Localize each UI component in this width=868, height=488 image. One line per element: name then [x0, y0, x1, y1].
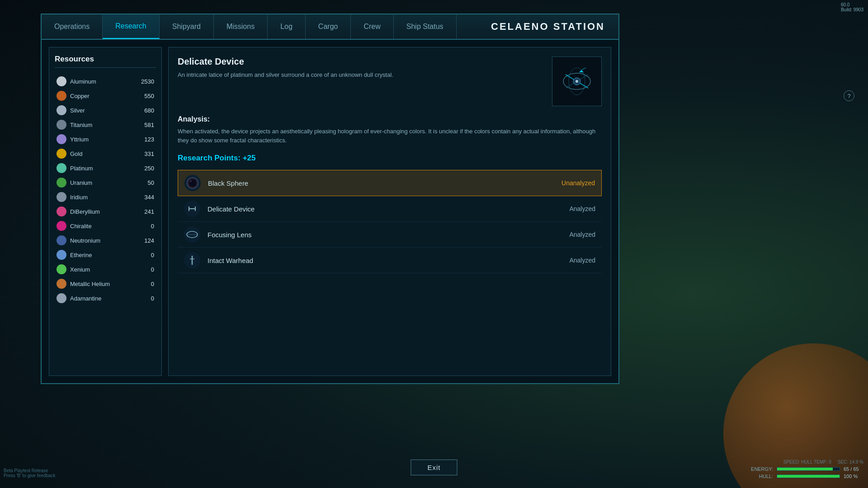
resource-name-aluminum: Aluminum — [70, 78, 141, 85]
resource-amount-copper: 550 — [144, 93, 154, 99]
resource-name-iridium: Iridium — [70, 194, 144, 201]
resource-amount-etherine: 0 — [151, 252, 154, 258]
resource-item-adamantine: Adamantine 0 — [55, 291, 156, 305]
resource-icon-adamantine — [57, 293, 66, 303]
resources-title: Resources — [55, 55, 156, 68]
energy-bar-fill — [777, 468, 833, 470]
resource-amount-platinum: 250 — [144, 165, 154, 172]
resource-icon-chiralite — [57, 221, 66, 231]
resource-item-gold: Gold 331 — [55, 146, 156, 161]
resource-amount-neutronium: 124 — [144, 237, 154, 244]
energy-bar — [777, 467, 840, 471]
list-item-status-intact-warhead: Analyzed — [569, 257, 595, 264]
list-item-name-delicate-device: Delicate Device — [208, 205, 569, 213]
resource-icon-platinum — [57, 163, 66, 173]
resource-icon-iridium — [57, 192, 66, 202]
resource-item-xenium: Xenium 0 — [55, 262, 156, 277]
resource-name-chiralite: Chiralite — [70, 223, 151, 230]
resource-item-titanium: Titanium 581 — [55, 117, 156, 132]
list-item-black-sphere[interactable]: Black Sphere Unanalyzed — [178, 170, 602, 196]
tab-cargo[interactable]: Cargo — [306, 14, 351, 39]
list-item-icon-intact-warhead — [184, 252, 200, 268]
resource-item-neutronium: Neutronium 124 — [55, 233, 156, 248]
resource-amount-metallic-helium: 0 — [151, 281, 154, 287]
resource-item-diberyllium: DiBeryllium 241 — [55, 204, 156, 219]
main-window: Operations Research Shipyard Missions Lo… — [41, 14, 619, 384]
hull-label: HULL: — [750, 474, 773, 479]
energy-value: 65 / 65 — [844, 466, 863, 472]
resource-icon-aluminum — [57, 76, 66, 86]
list-item-status-black-sphere: Unanalyzed — [561, 179, 595, 187]
exit-button[interactable]: Exit — [410, 460, 457, 475]
resource-item-silver: Silver 680 — [55, 103, 156, 117]
resource-name-xenium: Xenium — [70, 266, 151, 273]
tab-shipyard[interactable]: Shipyard — [160, 14, 214, 39]
resource-amount-iridium: 344 — [144, 194, 154, 201]
resource-amount-chiralite: 0 — [151, 223, 154, 230]
content-area: Resources Aluminum 2530 Copper 550 Silve… — [42, 40, 618, 383]
resource-item-etherine: Etherine 0 — [55, 248, 156, 262]
resource-name-uranium: Uranium — [70, 179, 148, 186]
resource-amount-aluminum: 2530 — [141, 78, 154, 85]
resources-panel: Resources Aluminum 2530 Copper 550 Silve… — [49, 47, 162, 376]
resource-icon-gold — [57, 149, 66, 159]
analysis-title: Analysis: — [178, 115, 602, 123]
hull-value: 100 % — [844, 474, 863, 479]
resource-name-metallic-helium: Metallic Helium — [70, 281, 151, 287]
resource-name-diberyllium: DiBeryllium — [70, 208, 144, 215]
list-item-delicate-device[interactable]: Delicate Device Analyzed — [178, 196, 602, 222]
resource-item-aluminum: Aluminum 2530 — [55, 74, 156, 89]
beta-text: Beta Playtest Release Press 'B' to give … — [4, 468, 55, 478]
list-item-status-focusing-lens: Analyzed — [569, 231, 595, 238]
resource-name-titanium: Titanium — [70, 122, 144, 128]
resource-icon-diberyllium — [57, 206, 66, 216]
resource-item-copper: Copper 550 — [55, 89, 156, 103]
resource-item-platinum: Platinum 250 — [55, 161, 156, 175]
resource-name-copper: Copper — [70, 93, 144, 99]
list-item-name-black-sphere: Black Sphere — [208, 179, 561, 187]
resource-amount-uranium: 50 — [148, 179, 154, 186]
list-item-name-intact-warhead: Intact Warhead — [208, 257, 569, 264]
item-detail-text: Delicate Device An intricate latice of p… — [178, 56, 545, 106]
resource-name-adamantine: Adamantine — [70, 295, 151, 302]
item-detail: Delicate Device An intricate latice of p… — [178, 56, 602, 106]
research-points: Research Points: +25 — [178, 154, 602, 163]
resource-amount-titanium: 581 — [144, 122, 154, 128]
resource-name-etherine: Etherine — [70, 252, 151, 258]
tab-ship-status[interactable]: Ship Status — [394, 14, 457, 39]
resource-icon-copper — [57, 91, 66, 101]
analysis-section: Analysis: When activated, the device pro… — [178, 115, 602, 145]
item-description: An intricate latice of platinum and silv… — [178, 70, 545, 80]
help-icon[interactable]: ? — [844, 90, 854, 101]
resource-name-silver: Silver — [70, 107, 144, 114]
resource-icon-titanium — [57, 120, 66, 130]
resource-name-yttrium: Yttrium — [70, 136, 144, 143]
list-item-focusing-lens[interactable]: Focusing Lens Analyzed — [178, 222, 602, 248]
tab-operations[interactable]: Operations — [42, 14, 103, 39]
list-item-name-focusing-lens: Focusing Lens — [208, 231, 569, 239]
resource-icon-uranium — [57, 178, 66, 188]
resource-amount-silver: 680 — [144, 107, 154, 114]
tab-bar: Operations Research Shipyard Missions Lo… — [42, 14, 618, 40]
resource-item-chiralite: Chiralite 0 — [55, 219, 156, 233]
build-info: 60.0 Build: 9903 — [841, 2, 863, 12]
resource-icon-neutronium — [57, 235, 66, 245]
item-title: Delicate Device — [178, 56, 545, 67]
svg-point-11 — [190, 180, 192, 182]
tab-crew[interactable]: Crew — [351, 14, 393, 39]
resource-item-iridium: Iridium 344 — [55, 190, 156, 204]
hull-row: HULL: 100 % — [750, 474, 863, 479]
station-title: CELAENO STATION — [477, 14, 618, 39]
list-item-intact-warhead[interactable]: Intact Warhead Analyzed — [178, 248, 602, 273]
item-list: Black Sphere Unanalyzed Delicate Device … — [178, 170, 602, 366]
energy-row: ENERGY: 65 / 65 — [750, 466, 863, 472]
resource-amount-xenium: 0 — [151, 266, 154, 273]
resource-icon-xenium — [57, 264, 66, 274]
item-image — [552, 56, 602, 106]
resource-amount-adamantine: 0 — [151, 295, 154, 302]
tab-log[interactable]: Log — [268, 14, 306, 39]
energy-label: ENERGY: — [750, 466, 773, 472]
tab-research[interactable]: Research — [103, 14, 159, 39]
tab-missions[interactable]: Missions — [214, 14, 268, 39]
resource-item-yttrium: Yttrium 123 — [55, 132, 156, 146]
